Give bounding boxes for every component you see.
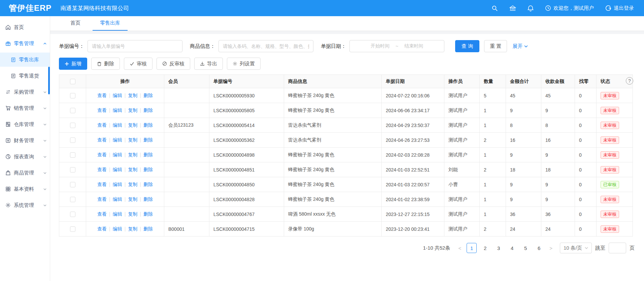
view-link[interactable]: 查看 (97, 137, 107, 143)
jump-page-input[interactable] (609, 243, 626, 253)
delete-link[interactable]: 删除 (143, 211, 153, 217)
page-number-button[interactable]: 3 (494, 243, 504, 253)
product-info-input[interactable] (218, 40, 313, 52)
select-all-checkbox[interactable] (70, 79, 75, 84)
sidebar-item-warehouse-management[interactable]: 仓库管理 (0, 117, 50, 131)
edit-link[interactable]: 编辑 (113, 137, 122, 143)
view-link[interactable]: 查看 (97, 182, 107, 187)
sidebar-item-finance-management[interactable]: 财务管理 (0, 133, 50, 148)
view-link[interactable]: 查看 (97, 196, 107, 202)
sidebar-item-goods-management[interactable]: 商品管理 (0, 166, 50, 180)
copy-link[interactable]: 复制 (128, 137, 137, 143)
row-checkbox[interactable] (70, 197, 75, 202)
delete-link[interactable]: 删除 (143, 226, 153, 231)
next-page-button[interactable]: > (547, 245, 554, 251)
edit-link[interactable]: 编辑 (113, 93, 122, 98)
search-icon[interactable] (492, 5, 498, 11)
add-button[interactable]: 新增 (59, 58, 87, 70)
copy-link[interactable]: 复制 (128, 226, 137, 231)
row-checkbox[interactable] (70, 226, 75, 232)
date-range-picker[interactable]: 开始时间 ~ 结束时间 (349, 40, 444, 52)
delete-link[interactable]: 删除 (143, 196, 153, 202)
help-icon[interactable]: ? (626, 77, 633, 85)
order-no-label: 单据编号： (59, 43, 84, 50)
platform-icon[interactable] (509, 5, 516, 11)
delete-link[interactable]: 删除 (143, 137, 153, 143)
view-link[interactable]: 查看 (97, 226, 107, 231)
sidebar-item-retail-management[interactable]: 零售管理 (0, 36, 50, 51)
notification-bell-icon[interactable] (528, 5, 534, 11)
edit-link[interactable]: 编辑 (113, 226, 122, 231)
row-checkbox[interactable] (70, 152, 75, 158)
page-number-button[interactable]: 1 (467, 243, 477, 253)
view-link[interactable]: 查看 (97, 152, 107, 157)
delete-link[interactable]: 删除 (143, 122, 153, 128)
page-number-button[interactable]: 5 (520, 243, 531, 253)
delete-link[interactable]: 删除 (143, 152, 153, 157)
col-header-actions: 操作 (86, 75, 164, 88)
sidebar-item-home[interactable]: 首页 (0, 20, 50, 34)
cell-received: 9 (541, 192, 575, 207)
delete-button[interactable]: 删除 (91, 58, 120, 70)
unaudit-button[interactable]: 反审核 (157, 58, 190, 70)
view-link[interactable]: 查看 (97, 122, 107, 128)
expand-link[interactable]: 展开 (512, 43, 528, 50)
sidebar-scrollbar-thumb[interactable] (48, 67, 50, 94)
retail-icon (5, 41, 11, 46)
sidebar-item-sales-management[interactable]: 销售管理 (0, 101, 50, 115)
sidebar-item-system-management[interactable]: 系统管理 (0, 198, 50, 212)
sidebar-item-purchase-management[interactable]: 采购管理 (0, 85, 50, 99)
welcome-user[interactable]: 欢迎您，测试用户 (545, 5, 594, 11)
row-checkbox[interactable] (70, 212, 75, 217)
delete-link[interactable]: 删除 (143, 107, 153, 113)
row-checkbox[interactable] (70, 182, 75, 187)
copy-link[interactable]: 复制 (128, 196, 137, 202)
edit-link[interactable]: 编辑 (113, 211, 122, 217)
row-checkbox[interactable] (70, 137, 75, 143)
page-number-button[interactable]: 2 (480, 243, 490, 253)
order-no-input[interactable] (88, 40, 182, 52)
view-link[interactable]: 查看 (97, 107, 107, 113)
view-link[interactable]: 查看 (97, 93, 107, 98)
row-checkbox[interactable] (70, 123, 75, 128)
edit-link[interactable]: 编辑 (113, 152, 122, 157)
prev-page-button[interactable]: < (456, 245, 463, 251)
view-link[interactable]: 查看 (97, 211, 107, 217)
page-number-button[interactable]: 6 (534, 243, 544, 253)
edit-link[interactable]: 编辑 (113, 107, 122, 113)
cell-change: 0 (575, 177, 597, 192)
copy-link[interactable]: 复制 (128, 182, 137, 187)
view-link[interactable]: 查看 (97, 167, 107, 172)
delete-link[interactable]: 删除 (143, 93, 153, 98)
audit-button[interactable]: 审核 (124, 58, 152, 70)
logout-button[interactable]: 退出登录 (605, 5, 634, 11)
row-checkbox[interactable] (70, 167, 75, 173)
edit-link[interactable]: 编辑 (113, 167, 122, 172)
sidebar-item-basic-data[interactable]: 基本资料 (0, 182, 50, 196)
cell-qty: 5 (480, 88, 506, 103)
copy-link[interactable]: 复制 (128, 211, 137, 217)
edit-link[interactable]: 编辑 (113, 182, 122, 187)
copy-link[interactable]: 复制 (128, 152, 137, 157)
tab-home[interactable]: 首页 (63, 16, 88, 31)
copy-link[interactable]: 复制 (128, 93, 137, 98)
edit-link[interactable]: 编辑 (113, 122, 122, 128)
row-checkbox[interactable] (70, 108, 75, 113)
copy-link[interactable]: 复制 (128, 107, 137, 113)
row-checkbox[interactable] (70, 93, 75, 98)
edit-link[interactable]: 编辑 (113, 196, 122, 202)
delete-link[interactable]: 删除 (143, 182, 153, 187)
page-number-button[interactable]: 4 (507, 243, 517, 253)
export-button[interactable]: 导出 (194, 58, 223, 70)
reset-button[interactable]: 重 置 (484, 40, 507, 52)
page-size-select[interactable]: 10 条/页 (560, 243, 592, 253)
search-button[interactable]: 查 询 (455, 40, 479, 52)
tab-retail-outbound[interactable]: 零售出库 (93, 16, 128, 31)
sidebar-item-retail-return[interactable]: 零售退货 (0, 69, 50, 83)
copy-link[interactable]: 复制 (128, 122, 137, 128)
sidebar-item-report-query[interactable]: 报表查询 (0, 150, 50, 164)
column-settings-button[interactable]: 列设置 (227, 58, 261, 70)
sidebar-item-retail-outbound[interactable]: 零售出库 (0, 53, 50, 67)
copy-link[interactable]: 复制 (128, 167, 137, 172)
delete-link[interactable]: 删除 (143, 167, 153, 172)
